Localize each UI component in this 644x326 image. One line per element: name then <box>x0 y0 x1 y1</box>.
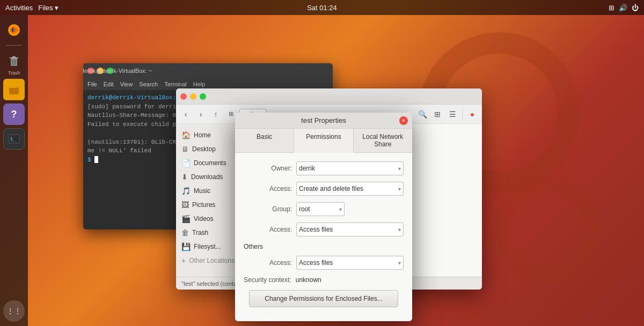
pictures-icon: 🖼 <box>181 201 189 209</box>
dock-apps-button[interactable]: ⋮⋮ <box>3 300 25 322</box>
group-access-arrow: ▾ <box>398 227 401 233</box>
svg-rect-5 <box>12 56 16 57</box>
owner-row: Owner: derrik ▾ <box>244 161 404 175</box>
tab-basic[interactable]: Basic <box>235 129 294 152</box>
power-icon[interactable]: ⏻ <box>632 4 639 12</box>
sidebar-documents-label: Documents <box>194 159 226 167</box>
topbar-right: ⊞ 🔊 ⏻ <box>609 4 639 12</box>
sidebar-trash-icon: 🗑 <box>181 228 189 237</box>
help-icon: ? <box>11 109 17 120</box>
owner-access-select[interactable]: Create and delete files ▾ <box>296 182 404 196</box>
terminal-menu-search[interactable]: Search <box>139 81 158 87</box>
topbar-clock: Sat 01:24 <box>307 4 337 12</box>
owner-label: Owner: <box>244 165 292 172</box>
owner-access-value: Create and delete files <box>299 185 363 192</box>
group-arrow: ▾ <box>339 206 342 212</box>
desktop-icon: 🖥 <box>181 145 189 153</box>
activities-button[interactable]: Activities <box>5 4 33 12</box>
group-row: Group: root ▾ <box>244 202 404 216</box>
fm-up-btn[interactable]: ↑ <box>209 108 222 121</box>
terminal-menu-file[interactable]: File <box>87 81 97 87</box>
svg-text:$_: $_ <box>10 137 16 142</box>
sidebar-videos-label: Videos <box>194 215 213 223</box>
sidebar-downloads-label: Downloads <box>191 173 223 181</box>
others-access-value: Access files <box>299 259 333 266</box>
fm-forward-btn[interactable]: › <box>194 108 207 121</box>
fm-list-view-btn[interactable]: ☰ <box>446 108 459 121</box>
dock-terminal[interactable]: $_ <box>3 128 25 150</box>
fm-back-btn[interactable]: ‹ <box>179 108 192 121</box>
group-access-value: Access files <box>299 226 333 233</box>
documents-icon: 📄 <box>181 159 191 167</box>
downloads-icon: ⬇ <box>181 173 188 181</box>
files-icon <box>8 83 20 96</box>
group-access-row: Access: Access files ▾ <box>244 223 404 236</box>
properties-dialog: test Properties ✕ Basic Permissions Loca… <box>235 113 412 321</box>
others-access-select[interactable]: Access files ▾ <box>296 256 404 270</box>
owner-value: derrik <box>299 165 315 172</box>
videos-icon: 🎬 <box>181 214 191 223</box>
filemanager-min-btn[interactable] <box>190 93 196 100</box>
topbar: Activities Files ▾ Sat 01:24 ⊞ 🔊 ⏻ <box>0 0 644 15</box>
network-icon[interactable]: ⊞ <box>609 4 614 12</box>
terminal-titlebar: derrik@derrik-VirtualBox: ~ <box>83 63 333 78</box>
terminal-menu-terminal[interactable]: Terminal <box>164 81 187 87</box>
firefox-icon <box>8 24 20 36</box>
svg-rect-10 <box>9 86 13 88</box>
dock-help[interactable]: ? <box>3 103 25 125</box>
filemanager-max-btn[interactable] <box>200 93 206 100</box>
others-access-arrow: ▾ <box>398 260 401 266</box>
group-label: Group: <box>244 205 292 213</box>
owner-select[interactable]: derrik ▾ <box>296 161 404 175</box>
tab-permissions[interactable]: Permissions <box>294 129 353 153</box>
owner-access-arrow: ▾ <box>398 186 401 192</box>
files-menu[interactable]: Files ▾ <box>38 4 58 12</box>
dock-files[interactable] <box>3 79 25 100</box>
toolbar-separator <box>462 109 463 120</box>
bg-decoration-2 <box>494 176 601 283</box>
filemanager-close-btn[interactable] <box>180 93 187 100</box>
trash-icon <box>8 54 20 67</box>
files-arrow: ▾ <box>55 4 58 12</box>
svg-rect-9 <box>9 87 19 94</box>
props-close-btn[interactable]: ✕ <box>399 116 408 125</box>
props-body: Owner: derrik ▾ Access: Create and delet… <box>235 153 412 321</box>
add-icon: + <box>181 256 186 265</box>
terminal-menu-edit[interactable]: Edit <box>104 81 114 87</box>
terminal-icon: $_ <box>8 132 20 145</box>
filemanager-titlebar <box>176 88 482 105</box>
terminal-menu-view[interactable]: View <box>120 81 133 87</box>
owner-access-row: Access: Create and delete files ▾ <box>244 182 404 196</box>
dock-firefox[interactable] <box>3 19 25 41</box>
volume-icon[interactable]: 🔊 <box>619 4 627 12</box>
sidebar-music-label: Music <box>194 187 210 195</box>
fm-menu-btn[interactable]: ● <box>466 108 479 121</box>
terminal-title: derrik@derrik-VirtualBox: ~ <box>83 68 223 74</box>
svg-rect-4 <box>10 57 18 58</box>
others-access-row: Access: Access files ▾ <box>244 256 404 270</box>
other-locations-label: Other Locations <box>189 257 235 264</box>
dock-trash[interactable] <box>3 50 25 71</box>
props-titlebar: test Properties ✕ <box>235 113 412 129</box>
fm-search-btn[interactable]: 🔍 <box>416 108 429 121</box>
sidebar-trash-label: Trash <box>192 229 208 236</box>
sidebar-home-label: Home <box>194 131 211 139</box>
terminal-menu-help[interactable]: Help <box>193 81 206 87</box>
owner-dropdown-arrow: ▾ <box>398 166 401 172</box>
group-value: root <box>299 205 310 213</box>
owner-access-label: Access: <box>244 185 292 192</box>
others-access-label: Access: <box>244 259 292 266</box>
topbar-left: Activities Files ▾ <box>5 4 58 12</box>
tab-local-network-share[interactable]: Local Network Share <box>354 129 412 152</box>
dock-separator <box>6 45 22 46</box>
group-access-label: Access: <box>244 226 292 233</box>
group-select[interactable]: root ▾ <box>296 202 345 216</box>
change-permissions-btn[interactable]: Change Permissions for Enclosed Files... <box>249 290 398 307</box>
security-context-row: Security context: unknown <box>244 276 404 284</box>
others-section-title: Others <box>244 243 404 250</box>
group-access-select[interactable]: Access files ▾ <box>296 223 404 236</box>
props-title: test Properties <box>301 116 346 124</box>
apps-grid-icon: ⋮⋮ <box>6 307 21 315</box>
files-label: Files <box>38 4 53 12</box>
fm-grid-view-btn[interactable]: ⊞ <box>431 108 444 121</box>
